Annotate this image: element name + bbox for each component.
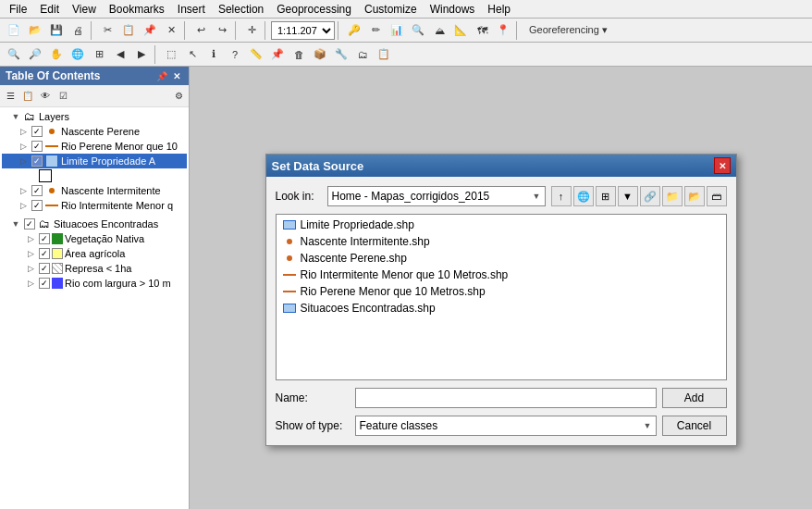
tool8[interactable]: 🗑: [289, 44, 309, 65]
print-btn[interactable]: 🖨: [68, 20, 88, 41]
check-4[interactable]: [31, 200, 43, 211]
new-folder-btn[interactable]: 📂: [684, 186, 705, 206]
check-1[interactable]: [31, 141, 43, 152]
menu-edit[interactable]: Edit: [34, 1, 65, 18]
attr-btn[interactable]: 📊: [387, 20, 407, 41]
file-item-3[interactable]: Rio Intermitente Menor que 10 Metros.shp: [278, 267, 724, 283]
copy-btn[interactable]: 📋: [118, 20, 139, 41]
menu-customize[interactable]: Customize: [359, 1, 423, 18]
menu-insert[interactable]: Insert: [172, 1, 211, 18]
toc-item-5[interactable]: ▼ 🗂 Situacoes Encontradas: [2, 217, 187, 231]
menu-help[interactable]: Help: [482, 1, 516, 18]
tool11[interactable]: 🗂: [352, 44, 373, 65]
prev-extent-btn[interactable]: ◀: [110, 44, 130, 65]
menu-windows[interactable]: Windows: [424, 1, 481, 18]
expand-0[interactable]: ▷: [17, 125, 30, 138]
open-btn[interactable]: 📂: [25, 20, 45, 41]
toc-select-btn[interactable]: ☑: [55, 88, 71, 105]
full-extent-btn[interactable]: ⊞: [89, 44, 109, 65]
check-8[interactable]: [39, 263, 50, 274]
tool9[interactable]: 📦: [310, 44, 330, 65]
check-7[interactable]: [39, 248, 50, 259]
expand-4[interactable]: ▷: [17, 199, 30, 212]
delete-btn[interactable]: ✕: [161, 20, 181, 41]
file-item-4[interactable]: Rio Perene Menor que 10 Metros.shp: [278, 283, 724, 300]
toc-item-7[interactable]: ▷ Área agrícola: [2, 246, 187, 261]
check-6[interactable]: [39, 233, 50, 244]
paste-btn[interactable]: 📌: [140, 20, 160, 41]
check-2[interactable]: [31, 155, 43, 167]
folder-btn[interactable]: 📁: [662, 186, 683, 206]
menu-geoprocessing[interactable]: Geoprocessing: [271, 1, 357, 18]
map-area[interactable]: Set Data Source ✕ Look in: Home - Mapas_…: [190, 67, 812, 509]
network-btn[interactable]: 🌐: [573, 186, 594, 206]
tool7[interactable]: 📍: [493, 20, 513, 41]
toc-list-view-btn[interactable]: ☰: [2, 88, 18, 105]
pin-btn[interactable]: 📌: [267, 44, 288, 65]
dialog-close-btn[interactable]: ✕: [714, 157, 731, 174]
new-map-btn[interactable]: 📄: [4, 20, 24, 41]
expand-2[interactable]: ▷: [17, 155, 30, 168]
tool10[interactable]: 🔧: [331, 44, 351, 65]
view-drop-btn[interactable]: ▼: [618, 186, 638, 206]
check-3[interactable]: [31, 185, 43, 196]
name-input[interactable]: [355, 388, 657, 408]
add-btn[interactable]: Add: [662, 388, 727, 408]
check-9[interactable]: [39, 278, 50, 289]
expand-5[interactable]: ▼: [9, 217, 22, 230]
toc-options-btn[interactable]: ⚙: [170, 88, 187, 105]
expand-3[interactable]: ▷: [17, 184, 30, 197]
toc-visibility-btn[interactable]: 👁: [37, 88, 54, 105]
tool6[interactable]: 🗺: [472, 20, 492, 41]
expand-9[interactable]: ▷: [24, 277, 37, 290]
file-item-2[interactable]: Nascente Perene.shp: [278, 250, 724, 267]
zoom-out-btn[interactable]: 🔎: [25, 44, 45, 65]
zoom-in-btn[interactable]: 🔍: [4, 44, 24, 65]
next-extent-btn[interactable]: ▶: [131, 44, 152, 65]
undo-btn[interactable]: ↩: [191, 20, 211, 41]
save-btn[interactable]: 💾: [46, 20, 67, 41]
toc-layers-group[interactable]: ▼ 🗂 Layers: [2, 109, 187, 124]
expand-icon[interactable]: ▼: [9, 110, 22, 123]
tool5[interactable]: 📐: [450, 20, 471, 41]
toc-item-9[interactable]: ▷ Rio com largura > 10 m: [2, 276, 187, 291]
hand-btn[interactable]: ✋: [46, 44, 67, 65]
topo-btn[interactable]: ⛰: [429, 20, 449, 41]
select-btn[interactable]: ⬚: [161, 44, 181, 65]
check-0[interactable]: [31, 126, 43, 137]
toc-item-6[interactable]: ▷ Vegetação Nativa: [2, 231, 187, 246]
search-btn[interactable]: 🔍: [408, 20, 428, 41]
file-list[interactable]: Limite Propriedade.shp Nascente Intermit…: [276, 214, 727, 380]
georef-btn[interactable]: Georeferencing ▾: [523, 20, 614, 41]
file-item-0[interactable]: Limite Propriedade.shp: [278, 217, 724, 233]
tool12[interactable]: 📋: [374, 44, 394, 65]
toc-item-8[interactable]: ▷ Represa < 1ha: [2, 261, 187, 276]
info-btn[interactable]: ℹ: [203, 44, 224, 65]
toc-close-btn[interactable]: ✕: [170, 69, 183, 82]
expand-8[interactable]: ▷: [24, 262, 37, 275]
redo-btn[interactable]: ↪: [212, 20, 232, 41]
type-combo[interactable]: Feature classes ▼: [355, 416, 657, 436]
move-btn[interactable]: ✛: [241, 20, 262, 41]
toc-source-view-btn[interactable]: 📋: [19, 88, 36, 105]
menu-selection[interactable]: Selection: [213, 1, 269, 18]
help-btn[interactable]: ?: [225, 44, 245, 65]
expand-1[interactable]: ▷: [17, 140, 30, 153]
cancel-btn[interactable]: Cancel: [662, 416, 727, 436]
connect-btn[interactable]: 🔗: [640, 186, 660, 206]
menu-file[interactable]: File: [4, 1, 32, 18]
view-btn[interactable]: ⊞: [596, 186, 616, 206]
file-item-5[interactable]: Situacoes Encontradas.shp: [278, 300, 724, 317]
file-item-1[interactable]: Nascente Intermitente.shp: [278, 233, 724, 250]
check-5[interactable]: [24, 218, 35, 230]
toc-item-2[interactable]: ▷ Limite Propriedade A: [2, 154, 187, 168]
globe-btn[interactable]: 🌐: [68, 44, 88, 65]
select2-btn[interactable]: ↖: [182, 44, 203, 65]
zoom-combo[interactable]: 1:11.207: [271, 21, 335, 40]
toc-item-4[interactable]: ▷ Rio Intermitente Menor q: [2, 198, 187, 213]
menu-view[interactable]: View: [67, 1, 102, 18]
cut-btn[interactable]: ✂: [97, 20, 117, 41]
toc-pin-btn[interactable]: 📌: [155, 69, 168, 82]
meas-btn[interactable]: 📏: [246, 44, 266, 65]
expand-6[interactable]: ▷: [24, 232, 37, 245]
